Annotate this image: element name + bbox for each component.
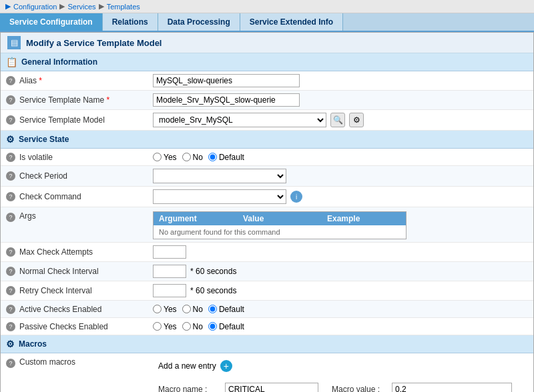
check-command-label: Check Command	[19, 192, 153, 201]
active-yes-label[interactable]: Yes	[153, 305, 177, 314]
template-name-label: Service Template Name *	[19, 95, 153, 105]
retry-check-input[interactable]	[153, 284, 186, 297]
passive-checks-value: Yes No Default	[153, 322, 528, 331]
passive-default-label[interactable]: Default	[208, 322, 244, 331]
volatile-default-radio[interactable]	[208, 153, 217, 161]
volatile-yes-label[interactable]: Yes	[153, 153, 177, 162]
custom-macros-help-icon[interactable]: ?	[6, 359, 15, 368]
active-no-label[interactable]: No	[182, 305, 203, 314]
template-model-gear-icon[interactable]: ⚙	[349, 113, 364, 127]
passive-no-label[interactable]: No	[182, 322, 203, 331]
active-yes-radio[interactable]	[153, 305, 162, 313]
active-checks-help-icon[interactable]: ?	[6, 305, 15, 314]
active-default-radio[interactable]	[208, 305, 217, 313]
args-help-icon[interactable]: ?	[6, 213, 15, 222]
breadcrumb: ▶ Configuration ▶ Services ▶ Templates	[0, 0, 534, 13]
normal-check-seconds: * 60 seconds	[190, 267, 236, 276]
breadcrumb-templates[interactable]: Templates	[107, 3, 140, 11]
is-volatile-label: Is volatile	[19, 153, 153, 162]
passive-no-radio[interactable]	[182, 322, 191, 331]
row-template-model: ? Service Template Model modele_Srv_MySQ…	[1, 110, 533, 131]
max-check-value	[153, 245, 528, 259]
alias-label: Alias *	[19, 76, 153, 85]
row-max-check: ? Max Check Attempts	[1, 243, 533, 262]
volatile-yes-radio[interactable]	[153, 153, 162, 161]
row-normal-check: ? Normal Check Interval * 60 seconds	[1, 262, 533, 281]
max-check-label: Max Check Attempts	[19, 247, 153, 257]
template-model-help-icon[interactable]: ?	[6, 115, 15, 125]
is-volatile-value: Yes No Default	[153, 153, 528, 162]
passive-checks-help-icon[interactable]: ?	[6, 322, 15, 331]
tab-relations[interactable]: Relations	[103, 13, 158, 31]
custom-macros-label: Custom macros	[19, 357, 153, 367]
normal-check-label: Normal Check Interval	[19, 267, 153, 276]
passive-yes-radio[interactable]	[153, 322, 162, 331]
section-general-label: General Information	[21, 57, 97, 67]
passive-default-radio[interactable]	[208, 322, 217, 331]
is-volatile-radio-group: Yes No Default	[153, 153, 244, 162]
breadcrumb-configuration[interactable]: Configuration	[13, 3, 57, 11]
tab-service-extended-info[interactable]: Service Extended Info	[240, 13, 343, 31]
breadcrumb-services[interactable]: Services	[67, 3, 95, 11]
macro-row-0: Macro name : Macro value :	[153, 380, 517, 392]
max-check-input[interactable]	[153, 245, 186, 259]
check-command-info-icon[interactable]: i	[290, 191, 302, 203]
args-table: Argument Value Example No argument found…	[153, 211, 407, 239]
row-args: ? Args Argument Value Example No argumen…	[1, 207, 533, 243]
template-model-edit-icon[interactable]: 🔍	[330, 113, 345, 127]
volatile-no-radio[interactable]	[182, 153, 191, 161]
template-model-label: Service Template Model	[19, 115, 153, 125]
macro-value-input-0[interactable]	[392, 383, 512, 392]
section-service-state: ⚙ Service State	[1, 131, 533, 149]
alias-help-icon[interactable]: ?	[6, 76, 15, 85]
check-command-value: i	[153, 189, 528, 204]
check-period-help-icon[interactable]: ?	[6, 171, 15, 181]
page-icon: ▤	[7, 36, 21, 49]
check-command-help-icon[interactable]: ?	[6, 192, 15, 201]
retry-check-label: Retry Check Interval	[19, 286, 153, 295]
active-default-label[interactable]: Default	[208, 305, 244, 314]
page-title: Modify a Service Template Model	[26, 38, 162, 48]
template-name-input[interactable]	[153, 93, 300, 107]
is-volatile-help-icon[interactable]: ?	[6, 153, 15, 162]
section-service-state-label: Service State	[19, 135, 69, 144]
active-no-radio[interactable]	[182, 305, 191, 313]
macros-label: Macros	[19, 339, 47, 349]
general-info-icon: 📋	[6, 57, 17, 67]
volatile-default-label[interactable]: Default	[208, 153, 244, 162]
max-check-help-icon[interactable]: ?	[6, 247, 15, 257]
alias-input[interactable]	[153, 74, 300, 87]
passive-yes-label[interactable]: Yes	[153, 322, 177, 331]
section-general-info: 📋 General Information	[1, 53, 533, 71]
retry-check-help-icon[interactable]: ?	[6, 286, 15, 295]
macro-name-label-0: Macro name :	[158, 385, 218, 392]
check-command-select[interactable]	[153, 189, 286, 204]
check-period-select[interactable]	[153, 169, 286, 183]
args-value: Argument Value Example No argument found…	[153, 211, 528, 239]
macros-icon: ⚙	[6, 339, 15, 349]
normal-check-input[interactable]	[153, 265, 186, 278]
section-macros: ⚙ Macros	[1, 335, 533, 353]
row-check-period: ? Check Period	[1, 166, 533, 187]
template-name-value-col	[153, 93, 528, 107]
check-period-label: Check Period	[19, 171, 153, 181]
row-active-checks: ? Active Checks Enabled Yes No Default	[1, 301, 533, 318]
args-label: Args	[19, 211, 153, 221]
alias-value-col	[153, 74, 528, 87]
volatile-no-label[interactable]: No	[182, 153, 203, 162]
template-model-select[interactable]: modele_Srv_MySQL	[153, 113, 326, 127]
row-retry-check: ? Retry Check Interval * 60 seconds	[1, 281, 533, 301]
macro-value-label-0: Macro value :	[332, 385, 385, 392]
template-name-help-icon[interactable]: ?	[6, 95, 15, 105]
page-title-row: ▤ Modify a Service Template Model	[1, 33, 533, 53]
retry-check-seconds: * 60 seconds	[190, 286, 236, 295]
tab-data-processing[interactable]: Data Processing	[158, 13, 240, 31]
active-checks-label: Active Checks Enabled	[19, 305, 153, 314]
passive-checks-radio-group: Yes No Default	[153, 322, 244, 331]
add-entry-button[interactable]: +	[220, 360, 232, 372]
check-period-value	[153, 169, 528, 183]
normal-check-help-icon[interactable]: ?	[6, 267, 15, 276]
macro-name-input-0[interactable]	[225, 383, 318, 392]
tab-service-configuration[interactable]: Service Configuration	[0, 13, 103, 31]
args-table-header: Argument Value Example	[154, 212, 406, 225]
